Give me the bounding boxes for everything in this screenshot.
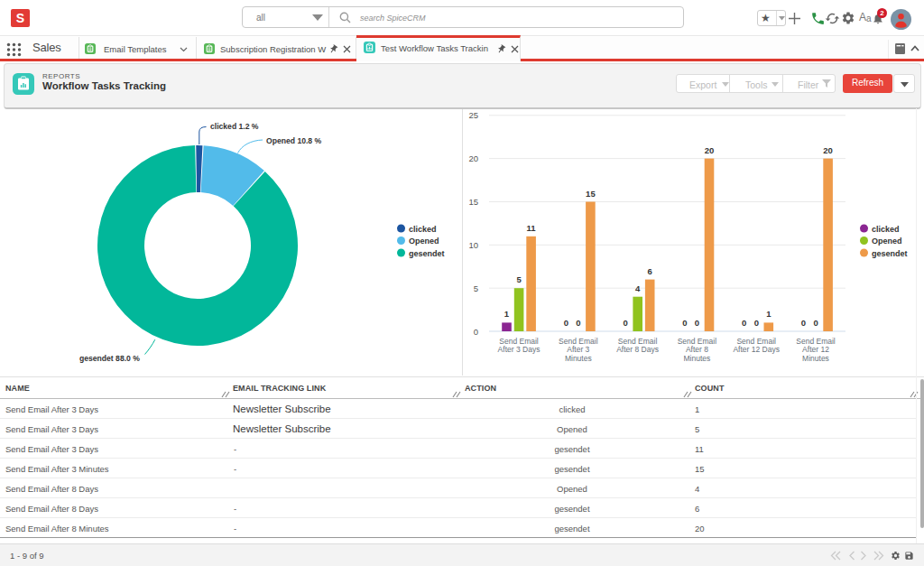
svg-text:0: 0 <box>754 318 759 328</box>
svg-text:0: 0 <box>474 327 478 337</box>
svg-text:0: 0 <box>813 318 818 328</box>
svg-text:20: 20 <box>823 145 833 155</box>
svg-text:15: 15 <box>468 197 478 207</box>
svg-text:20: 20 <box>705 145 715 155</box>
svg-text:Send EmailAfter 8 Days: Send EmailAfter 8 Days <box>616 337 659 355</box>
svg-text:5: 5 <box>474 283 478 293</box>
svg-text:Send EmailAfter 12 Days: Send EmailAfter 12 Days <box>733 337 780 355</box>
svg-text:Send EmailAfter 3Minutes: Send EmailAfter 3Minutes <box>559 337 598 363</box>
svg-text:0: 0 <box>742 318 746 328</box>
svg-text:5: 5 <box>516 274 522 284</box>
svg-text:clicked: clicked <box>872 225 900 234</box>
svg-text:Send EmailAfter 3 Days: Send EmailAfter 3 Days <box>498 337 541 355</box>
svg-text:1: 1 <box>766 309 772 319</box>
svg-text:20: 20 <box>468 153 478 163</box>
svg-text:0: 0 <box>623 318 627 328</box>
svg-text:10: 10 <box>468 240 478 250</box>
svg-text:Opened: Opened <box>872 237 902 246</box>
svg-text:6: 6 <box>648 266 652 276</box>
svg-text:gesendet: gesendet <box>872 249 908 258</box>
svg-text:Send EmailAfter 12Minutes: Send EmailAfter 12Minutes <box>796 337 836 363</box>
svg-text:gesendet 88.0 %: gesendet 88.0 % <box>79 354 140 363</box>
svg-text:clicked: clicked <box>409 225 437 234</box>
svg-text:1: 1 <box>504 309 510 319</box>
svg-text:Opened: Opened <box>409 237 439 246</box>
svg-text:0: 0 <box>576 318 580 328</box>
svg-text:15: 15 <box>586 189 596 199</box>
svg-text:0: 0 <box>801 318 806 328</box>
svg-text:Send EmailAfter 8Minutes: Send EmailAfter 8Minutes <box>678 337 717 363</box>
svg-text:0: 0 <box>564 318 568 328</box>
svg-text:11: 11 <box>527 223 537 233</box>
svg-text:gesendet: gesendet <box>409 249 445 258</box>
svg-text:25: 25 <box>468 110 478 120</box>
svg-text:Opened 10.8 %: Opened 10.8 % <box>266 136 321 145</box>
svg-text:0: 0 <box>682 318 687 328</box>
svg-text:0: 0 <box>695 318 699 328</box>
svg-text:4: 4 <box>635 283 641 293</box>
svg-text:clicked 1.2 %: clicked 1.2 % <box>210 122 259 131</box>
